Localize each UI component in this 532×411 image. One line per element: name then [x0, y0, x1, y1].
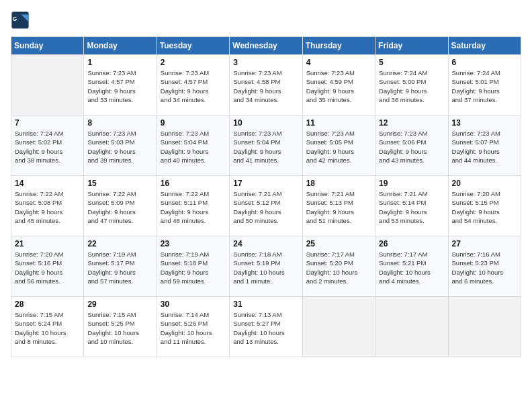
calendar-cell: 25Sunrise: 7:17 AMSunset: 5:20 PMDayligh…: [302, 236, 375, 297]
day-info: Sunrise: 7:23 AMSunset: 4:57 PMDaylight:…: [87, 68, 152, 104]
day-number: 27: [452, 239, 517, 248]
calendar-cell: 21Sunrise: 7:20 AMSunset: 5:16 PMDayligh…: [11, 236, 84, 297]
day-info: Sunrise: 7:24 AMSunset: 5:00 PMDaylight:…: [379, 68, 444, 104]
calendar-week-4: 28Sunrise: 7:15 AMSunset: 5:24 PMDayligh…: [11, 297, 521, 357]
calendar-cell: 4Sunrise: 7:23 AMSunset: 4:59 PMDaylight…: [302, 55, 375, 116]
calendar-cell: 16Sunrise: 7:22 AMSunset: 5:11 PMDayligh…: [157, 176, 229, 236]
day-info: Sunrise: 7:21 AMSunset: 5:12 PMDaylight:…: [233, 189, 298, 225]
weekday-header-tuesday: Tuesday: [157, 37, 229, 55]
weekday-header-saturday: Saturday: [448, 37, 521, 55]
day-info: Sunrise: 7:14 AMSunset: 5:26 PMDaylight:…: [161, 310, 226, 346]
day-number: 2: [161, 58, 226, 67]
day-info: Sunrise: 7:15 AMSunset: 5:24 PMDaylight:…: [15, 310, 80, 346]
day-info: Sunrise: 7:19 AMSunset: 5:18 PMDaylight:…: [161, 250, 226, 285]
calendar-cell: 28Sunrise: 7:15 AMSunset: 5:24 PMDayligh…: [11, 297, 84, 357]
day-number: 22: [87, 239, 152, 248]
calendar-cell: 27Sunrise: 7:16 AMSunset: 5:23 PMDayligh…: [448, 236, 521, 297]
day-info: Sunrise: 7:13 AMSunset: 5:27 PMDaylight:…: [233, 310, 298, 346]
calendar-week-0: 1Sunrise: 7:23 AMSunset: 4:57 PMDaylight…: [11, 55, 521, 116]
day-info: Sunrise: 7:23 AMSunset: 5:03 PMDaylight:…: [87, 129, 152, 165]
calendar-cell: 31Sunrise: 7:13 AMSunset: 5:27 PMDayligh…: [230, 297, 302, 357]
day-number: 4: [306, 58, 371, 67]
logo-icon: G: [11, 11, 30, 30]
calendar-cell: 17Sunrise: 7:21 AMSunset: 5:12 PMDayligh…: [230, 176, 302, 236]
day-number: 19: [379, 179, 444, 188]
day-number: 6: [452, 58, 517, 67]
calendar-week-3: 21Sunrise: 7:20 AMSunset: 5:16 PMDayligh…: [11, 236, 521, 297]
weekday-header-wednesday: Wednesday: [230, 37, 302, 55]
calendar-cell: [302, 297, 375, 357]
day-number: 28: [15, 300, 80, 309]
calendar-cell: 1Sunrise: 7:23 AMSunset: 4:57 PMDaylight…: [84, 55, 157, 116]
day-number: 29: [87, 300, 152, 309]
calendar-cell: 23Sunrise: 7:19 AMSunset: 5:18 PMDayligh…: [157, 236, 229, 297]
calendar-cell: 7Sunrise: 7:24 AMSunset: 5:02 PMDaylight…: [11, 116, 84, 176]
day-number: 18: [306, 179, 371, 188]
weekday-header-friday: Friday: [375, 37, 448, 55]
day-number: 13: [452, 118, 517, 128]
day-info: Sunrise: 7:23 AMSunset: 5:04 PMDaylight:…: [161, 129, 226, 165]
calendar-cell: [11, 55, 84, 116]
logo: G: [11, 11, 32, 30]
day-number: 10: [233, 118, 298, 128]
day-info: Sunrise: 7:23 AMSunset: 5:07 PMDaylight:…: [452, 129, 517, 165]
day-info: Sunrise: 7:23 AMSunset: 4:58 PMDaylight:…: [233, 68, 298, 104]
weekday-header-monday: Monday: [84, 37, 157, 55]
day-number: 24: [233, 239, 298, 248]
calendar-cell: 14Sunrise: 7:22 AMSunset: 5:08 PMDayligh…: [11, 176, 84, 236]
day-info: Sunrise: 7:17 AMSunset: 5:21 PMDaylight:…: [379, 250, 444, 285]
day-info: Sunrise: 7:23 AMSunset: 4:57 PMDaylight:…: [161, 68, 226, 104]
calendar-body: 1Sunrise: 7:23 AMSunset: 4:57 PMDaylight…: [11, 55, 521, 357]
day-number: 1: [87, 58, 152, 67]
calendar-cell: 18Sunrise: 7:21 AMSunset: 5:13 PMDayligh…: [302, 176, 375, 236]
day-info: Sunrise: 7:20 AMSunset: 5:16 PMDaylight:…: [15, 250, 80, 285]
day-number: 5: [379, 58, 444, 67]
calendar-cell: 15Sunrise: 7:22 AMSunset: 5:09 PMDayligh…: [84, 176, 157, 236]
header: G: [11, 11, 521, 30]
day-number: 16: [161, 179, 226, 188]
calendar-cell: 19Sunrise: 7:21 AMSunset: 5:14 PMDayligh…: [375, 176, 448, 236]
day-info: Sunrise: 7:21 AMSunset: 5:14 PMDaylight:…: [379, 189, 444, 225]
calendar-cell: 26Sunrise: 7:17 AMSunset: 5:21 PMDayligh…: [375, 236, 448, 297]
calendar-cell: 13Sunrise: 7:23 AMSunset: 5:07 PMDayligh…: [448, 116, 521, 176]
day-info: Sunrise: 7:19 AMSunset: 5:17 PMDaylight:…: [87, 250, 152, 285]
day-info: Sunrise: 7:24 AMSunset: 5:01 PMDaylight:…: [452, 68, 517, 104]
calendar-cell: 12Sunrise: 7:23 AMSunset: 5:06 PMDayligh…: [375, 116, 448, 176]
day-info: Sunrise: 7:22 AMSunset: 5:09 PMDaylight:…: [87, 189, 152, 225]
day-info: Sunrise: 7:21 AMSunset: 5:13 PMDaylight:…: [306, 189, 371, 225]
day-info: Sunrise: 7:20 AMSunset: 5:15 PMDaylight:…: [452, 189, 517, 225]
day-info: Sunrise: 7:23 AMSunset: 5:05 PMDaylight:…: [306, 129, 371, 165]
day-info: Sunrise: 7:16 AMSunset: 5:23 PMDaylight:…: [452, 250, 517, 285]
day-number: 25: [306, 239, 371, 248]
calendar-cell: 30Sunrise: 7:14 AMSunset: 5:26 PMDayligh…: [157, 297, 229, 357]
calendar-table: SundayMondayTuesdayWednesdayThursdayFrid…: [11, 36, 521, 357]
day-info: Sunrise: 7:23 AMSunset: 5:04 PMDaylight:…: [233, 129, 298, 165]
calendar-cell: 9Sunrise: 7:23 AMSunset: 5:04 PMDaylight…: [157, 116, 229, 176]
day-info: Sunrise: 7:23 AMSunset: 5:06 PMDaylight:…: [379, 129, 444, 165]
calendar-cell: [448, 297, 521, 357]
day-number: 21: [15, 239, 80, 248]
calendar-cell: 5Sunrise: 7:24 AMSunset: 5:00 PMDaylight…: [375, 55, 448, 116]
day-info: Sunrise: 7:22 AMSunset: 5:08 PMDaylight:…: [15, 189, 80, 225]
day-number: 3: [233, 58, 298, 67]
day-info: Sunrise: 7:22 AMSunset: 5:11 PMDaylight:…: [161, 189, 226, 225]
day-number: 15: [87, 179, 152, 188]
calendar-week-1: 7Sunrise: 7:24 AMSunset: 5:02 PMDaylight…: [11, 116, 521, 176]
calendar-cell: 29Sunrise: 7:15 AMSunset: 5:25 PMDayligh…: [84, 297, 157, 357]
day-number: 23: [161, 239, 226, 248]
calendar-cell: 8Sunrise: 7:23 AMSunset: 5:03 PMDaylight…: [84, 116, 157, 176]
day-info: Sunrise: 7:24 AMSunset: 5:02 PMDaylight:…: [15, 129, 80, 165]
day-number: 20: [452, 179, 517, 188]
calendar-cell: 3Sunrise: 7:23 AMSunset: 4:58 PMDaylight…: [230, 55, 302, 116]
calendar-cell: 24Sunrise: 7:18 AMSunset: 5:19 PMDayligh…: [230, 236, 302, 297]
day-info: Sunrise: 7:23 AMSunset: 4:59 PMDaylight:…: [306, 68, 371, 104]
day-info: Sunrise: 7:15 AMSunset: 5:25 PMDaylight:…: [87, 310, 152, 346]
day-number: 31: [233, 300, 298, 309]
calendar-cell: 11Sunrise: 7:23 AMSunset: 5:05 PMDayligh…: [302, 116, 375, 176]
weekday-header-thursday: Thursday: [302, 37, 375, 55]
day-info: Sunrise: 7:17 AMSunset: 5:20 PMDaylight:…: [306, 250, 371, 285]
day-number: 30: [161, 300, 226, 309]
day-number: 12: [379, 118, 444, 128]
weekday-header-row: SundayMondayTuesdayWednesdayThursdayFrid…: [11, 37, 521, 55]
day-number: 7: [15, 118, 80, 128]
